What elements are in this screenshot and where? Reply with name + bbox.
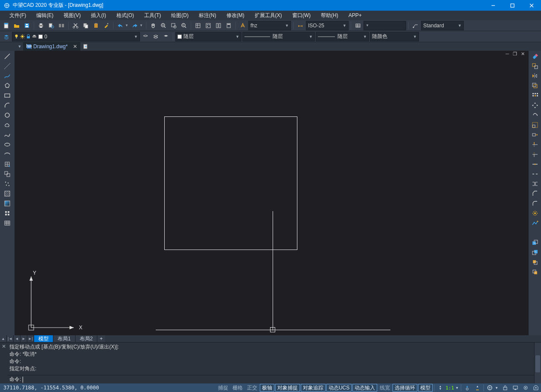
table-style-icon[interactable] <box>353 21 363 30</box>
dim-style-dropdown[interactable]: ISO-25▼ <box>306 21 349 30</box>
line-tool[interactable] <box>2 52 12 61</box>
annotation-visibility-icon[interactable] <box>462 384 472 392</box>
draw-order-below-tool[interactable] <box>530 267 540 277</box>
minimize-button[interactable] <box>483 0 503 11</box>
hatch-tool[interactable] <box>2 189 12 198</box>
break-tool[interactable] <box>530 169 540 179</box>
status-toggle-线宽[interactable]: 线宽 <box>378 384 392 392</box>
linetype-dropdown[interactable]: 随层▼ <box>242 32 315 41</box>
new-document-tab-button[interactable] <box>81 42 90 51</box>
coordinates-readout[interactable]: 37110.7188, -11554.5380, 0.0000 <box>0 385 102 391</box>
menu-view[interactable]: 视图(V) <box>58 11 86 20</box>
polygon-tool[interactable] <box>2 81 12 90</box>
document-tab-close-icon[interactable]: ✕ <box>73 44 77 49</box>
layout-nav-prev-icon[interactable]: ◄ <box>14 335 20 342</box>
tool-palettes-button[interactable] <box>214 21 223 30</box>
point-tool[interactable] <box>2 179 12 189</box>
menu-appplus[interactable]: APP+ <box>343 12 367 19</box>
calculator-button[interactable] <box>224 21 233 30</box>
command-history[interactable]: 指定移动点或 [基点(B)/复制(C)/放弃(U)/退出(X)]: 命令: *取… <box>8 343 534 375</box>
make-block-tool[interactable] <box>2 169 12 179</box>
stretch-tool[interactable] <box>530 130 540 139</box>
status-toggle-对象捕捉[interactable]: 对象捕捉 <box>275 384 300 392</box>
ellipse-arc-tool[interactable] <box>2 150 12 159</box>
status-toggle-动态UCS[interactable]: 动态UCS <box>326 384 352 392</box>
copy-tool[interactable] <box>530 61 540 71</box>
text-style-dropdown[interactable]: fhz▼ <box>248 21 291 30</box>
menu-insert[interactable]: 插入(I) <box>86 11 111 20</box>
paste-button[interactable] <box>91 21 101 30</box>
status-toggle-对象追踪[interactable]: 对象追踪 <box>301 384 326 392</box>
arc-tool[interactable] <box>2 101 12 110</box>
undo-button[interactable]: ▼ <box>116 21 129 30</box>
layout-tab-add-button[interactable]: + <box>97 335 105 342</box>
save-button[interactable] <box>22 21 32 30</box>
trim-tool[interactable] <box>530 140 540 149</box>
canvas-restore-button[interactable]: ❐ <box>512 51 518 57</box>
draw-order-above-tool[interactable] <box>530 258 540 267</box>
menu-format[interactable]: 格式(O) <box>111 11 139 20</box>
menu-tools[interactable]: 工具(T) <box>139 11 166 20</box>
join-tool[interactable] <box>530 179 540 189</box>
gradient-tool[interactable] <box>2 199 12 208</box>
rectangle-tool[interactable] <box>2 91 12 100</box>
zoom-window-button[interactable] <box>169 21 178 30</box>
ellipse-tool[interactable] <box>2 140 12 149</box>
command-window-close-icon[interactable]: ✕ <box>0 343 8 383</box>
scale-dropdown-arrow-icon[interactable]: ▼ <box>455 386 459 390</box>
command-scrollbar[interactable] <box>534 343 541 383</box>
polyline-tool[interactable] <box>2 71 12 81</box>
table-tool[interactable] <box>2 218 12 228</box>
scrollbar-thumb[interactable] <box>535 355 540 372</box>
layer-dropdown[interactable]: 0 ▼ <box>12 32 140 41</box>
workspace-switch-icon[interactable] <box>485 384 495 392</box>
fillet-tool[interactable] <box>530 199 540 208</box>
canvas-minimize-button[interactable]: ─ <box>504 51 510 57</box>
array-tool[interactable] <box>530 91 540 100</box>
layout-nav-first-icon[interactable]: |◄ <box>7 335 14 342</box>
lineweight-dropdown[interactable]: 随层▼ <box>316 32 369 41</box>
layout-nav-next-icon[interactable]: ► <box>20 335 27 342</box>
menu-modify[interactable]: 修改(M) <box>221 11 250 20</box>
redo-button[interactable]: ▼ <box>130 21 144 30</box>
maximize-button[interactable] <box>503 0 522 11</box>
cut-button[interactable] <box>71 21 80 30</box>
circle-tool[interactable] <box>2 110 12 120</box>
menu-draw[interactable]: 绘图(D) <box>166 11 194 20</box>
lock-ui-icon[interactable] <box>500 384 510 392</box>
spline-tool[interactable] <box>2 130 12 139</box>
break-at-point-tool[interactable] <box>530 160 540 169</box>
annotation-autoscale-icon[interactable] <box>472 384 483 392</box>
annotation-scale-value[interactable]: 1:1 <box>445 385 454 391</box>
properties-button[interactable] <box>193 21 203 30</box>
clean-screen-icon[interactable] <box>531 384 541 392</box>
construction-line-tool[interactable] <box>2 61 12 71</box>
layer-manager-button[interactable] <box>2 32 11 41</box>
hardware-accel-icon[interactable] <box>510 384 521 392</box>
doc-tab-marker-icon[interactable]: ▼ <box>17 42 22 51</box>
move-tool[interactable] <box>530 101 540 110</box>
status-toggle-选择循环[interactable]: 选择循环 <box>393 384 417 392</box>
layout-tab-layout2[interactable]: 布局2 <box>76 335 98 342</box>
status-toggle-模型[interactable]: 模型 <box>418 384 433 392</box>
draw-order-back-tool[interactable] <box>530 248 540 257</box>
status-toggle-正交[interactable]: 正交 <box>245 384 259 392</box>
rotate-tool[interactable] <box>530 110 540 120</box>
erase-tool[interactable] <box>530 52 540 61</box>
drawing-canvas[interactable]: X Y <box>15 57 528 335</box>
menu-file[interactable]: 文件(F) <box>4 11 31 20</box>
design-center-button[interactable] <box>204 21 213 30</box>
offset-tool[interactable] <box>530 81 540 90</box>
layer-previous-button[interactable] <box>141 32 150 41</box>
dim-style-icon[interactable] <box>296 21 305 30</box>
multileader-style-dropdown[interactable]: Standard▼ <box>421 21 464 30</box>
match-properties-button[interactable] <box>102 21 111 30</box>
text-style-icon[interactable] <box>238 21 247 30</box>
layer-isolate-button[interactable] <box>161 32 171 41</box>
isolate-objects-icon[interactable] <box>521 384 531 392</box>
workspace-dropdown-arrow-icon[interactable]: ▼ <box>495 386 498 390</box>
pan-button[interactable] <box>148 21 158 30</box>
close-button[interactable] <box>522 0 541 11</box>
print-button[interactable] <box>36 21 46 30</box>
multileader-style-icon[interactable] <box>411 21 420 30</box>
